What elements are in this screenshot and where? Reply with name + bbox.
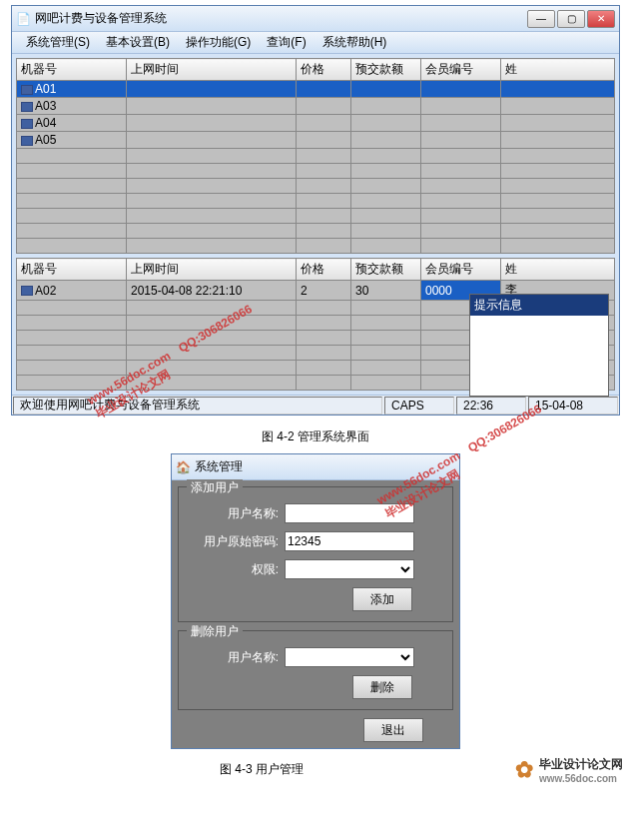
menubar: 系统管理(S) 基本设置(B) 操作功能(G) 查询(F) 系统帮助(H) <box>12 32 619 54</box>
status-welcome: 欢迎使用网吧计费与设备管理系统 <box>13 397 382 415</box>
col-prepay[interactable]: 预交款额 <box>351 59 421 81</box>
col-name[interactable]: 姓 <box>501 59 615 81</box>
password-input[interactable] <box>285 531 414 551</box>
menu-system[interactable]: 系统管理(S) <box>18 32 98 53</box>
delete-user-group: 删除用户 用户名称: 删除 <box>178 630 453 710</box>
window-title: 网吧计费与设备管理系统 <box>31 10 527 27</box>
pc-icon <box>21 119 33 129</box>
add-button[interactable]: 添加 <box>352 587 412 611</box>
pc-icon <box>21 102 33 112</box>
permission-select[interactable] <box>285 559 414 579</box>
permission-label: 权限: <box>189 561 279 578</box>
pc-icon <box>21 136 33 146</box>
status-date: 15-04-08 <box>528 397 618 415</box>
status-time: 22:36 <box>456 397 526 415</box>
col-machine[interactable]: 机器号 <box>17 59 127 81</box>
menu-basic[interactable]: 基本设置(B) <box>98 32 178 53</box>
add-user-legend: 添加用户 <box>187 479 243 496</box>
titlebar: 📄 网吧计费与设备管理系统 — ▢ ✕ <box>12 6 619 32</box>
main-window: 📄 网吧计费与设备管理系统 — ▢ ✕ 系统管理(S) 基本设置(B) 操作功能… <box>11 5 620 416</box>
table-row[interactable]: A04 <box>17 115 615 132</box>
table-row[interactable] <box>17 149 615 164</box>
dialog-title: 系统管理 <box>191 458 455 475</box>
delete-user-legend: 删除用户 <box>187 623 243 640</box>
col-time[interactable]: 上网时间 <box>127 259 297 281</box>
add-user-group: 添加用户 用户名称: 用户原始密码: 权限: 添加 <box>178 486 453 622</box>
table-row[interactable] <box>17 179 615 194</box>
table-row[interactable] <box>17 194 615 209</box>
close-button[interactable]: ✕ <box>587 10 615 28</box>
col-machine[interactable]: 机器号 <box>17 259 127 281</box>
menu-operation[interactable]: 操作功能(G) <box>178 32 259 53</box>
tooltip-title: 提示信息 <box>470 295 608 316</box>
maximize-button[interactable]: ▢ <box>557 10 585 28</box>
exit-button[interactable]: 退出 <box>363 718 423 742</box>
dialog-titlebar: 🏠 系统管理 <box>172 454 459 480</box>
table-row[interactable] <box>17 164 615 179</box>
table-row[interactable] <box>17 209 615 224</box>
menu-help[interactable]: 系统帮助(H) <box>315 32 395 53</box>
pc-icon <box>21 286 33 296</box>
figure-caption-2: 图 4-3 用户管理 <box>8 753 515 786</box>
col-prepay[interactable]: 预交款额 <box>351 259 421 281</box>
pc-icon <box>21 85 33 95</box>
table-row[interactable] <box>17 224 615 239</box>
dialog-icon: 🏠 <box>176 460 191 474</box>
table-row[interactable] <box>17 239 615 254</box>
table-row[interactable]: A01 <box>17 81 615 98</box>
col-price[interactable]: 价格 <box>297 59 351 81</box>
machines-table-top[interactable]: 机器号 上网时间 价格 预交款额 会员编号 姓 A01 A03 A04 A05 <box>16 58 615 254</box>
tooltip-body <box>470 316 608 396</box>
user-mgmt-dialog: 🏠 系统管理 添加用户 用户名称: 用户原始密码: 权限: 添加 删除用户 <box>171 453 460 749</box>
footer-logo: ✿ 毕业设计论文网 www.56doc.com <box>515 756 623 784</box>
col-time[interactable]: 上网时间 <box>127 59 297 81</box>
flower-icon: ✿ <box>515 757 533 783</box>
username-label: 用户名称: <box>189 505 279 522</box>
status-caps: CAPS <box>384 397 454 415</box>
menu-query[interactable]: 查询(F) <box>259 32 314 53</box>
password-label: 用户原始密码: <box>189 533 279 550</box>
col-member[interactable]: 会员编号 <box>421 59 501 81</box>
del-username-select[interactable] <box>285 647 414 667</box>
username-input[interactable] <box>285 503 414 523</box>
delete-button[interactable]: 删除 <box>352 675 412 699</box>
tooltip-popup: 提示信息 <box>469 294 609 397</box>
table-row[interactable]: A03 <box>17 98 615 115</box>
statusbar: 欢迎使用网吧计费与设备管理系统 CAPS 22:36 15-04-08 <box>12 395 619 415</box>
app-icon: 📄 <box>16 12 31 26</box>
figure-caption-1: 图 4-2 管理系统界面 <box>0 420 631 453</box>
col-name[interactable]: 姓 <box>501 259 615 281</box>
table-row[interactable]: A05 <box>17 132 615 149</box>
minimize-button[interactable]: — <box>527 10 555 28</box>
col-member[interactable]: 会员编号 <box>421 259 501 281</box>
col-price[interactable]: 价格 <box>297 259 351 281</box>
del-username-label: 用户名称: <box>189 649 279 666</box>
